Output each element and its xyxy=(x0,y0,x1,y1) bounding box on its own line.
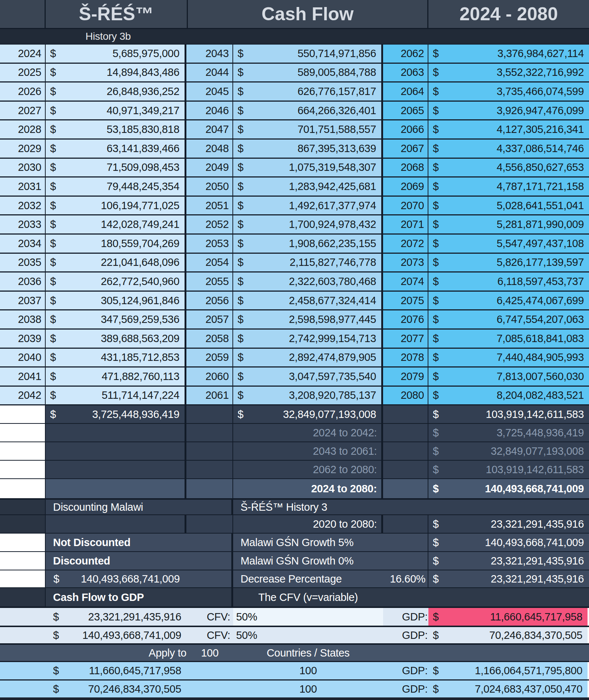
grand-total-label-cell[interactable]: 2024 to 2080: xyxy=(233,479,383,498)
value-cell-2064[interactable]: $3,735,466,074,599 xyxy=(428,82,589,101)
value-cell-2065[interactable]: $3,926,947,476,099 xyxy=(428,102,589,120)
value-cell-2066[interactable]: $4,127,305,216,341 xyxy=(428,120,589,138)
value-cell-2029[interactable]: $63,141,839,466 xyxy=(46,140,186,158)
cfv-percent-cell[interactable]: 50% xyxy=(233,627,383,643)
year-cell-2048[interactable]: 2048 xyxy=(186,140,233,158)
total-cell-2043-2061[interactable]: $32,849,077,193,008 xyxy=(233,405,383,423)
summary-value-cell[interactable]: $3,725,448,936,419 xyxy=(428,424,589,442)
empty-cell[interactable] xyxy=(383,442,428,460)
year-cell-2069[interactable]: 2069 xyxy=(383,177,428,196)
header-range-cell[interactable]: 2024 - 2080 xyxy=(428,0,589,28)
value-cell-2033[interactable]: $142,028,749,241 xyxy=(46,215,186,233)
apply-count-value-cell[interactable]: 100 xyxy=(233,680,383,697)
year-cell-2063[interactable]: 2063 xyxy=(383,64,428,82)
empty-cell[interactable] xyxy=(46,442,186,460)
growth-0-label-cell[interactable]: Malawi GŚN Growth 0% xyxy=(233,552,428,570)
value-cell-2070[interactable]: $5,028,641,551,041 xyxy=(428,197,589,215)
applied-gdp-value-cell[interactable]: $7,024,683,437,050,470 xyxy=(428,680,589,697)
summary-label-cell[interactable]: 2024 to 2042: xyxy=(233,424,383,442)
cfv-percent-cell[interactable]: 50% xyxy=(233,608,383,626)
empty-cell[interactable] xyxy=(46,424,186,442)
value-cell-2046[interactable]: $664,266,326,401 xyxy=(233,102,383,120)
year-cell-2042[interactable]: 2042 xyxy=(0,387,46,405)
value-cell-2027[interactable]: $40,971,349,217 xyxy=(46,102,186,120)
year-cell-2077[interactable]: 2077 xyxy=(383,330,428,348)
value-cell-2036[interactable]: $262,772,540,960 xyxy=(46,272,186,291)
growth-5-value-cell[interactable]: $140,493,668,741,009 xyxy=(428,534,589,551)
header-corner-cell[interactable] xyxy=(0,0,46,28)
value-cell-2062[interactable]: $3,376,984,627,114 xyxy=(428,45,589,63)
year-cell-2049[interactable]: 2049 xyxy=(186,159,233,177)
year-cell-2061[interactable]: 2061 xyxy=(186,387,233,405)
value-cell-2063[interactable]: $3,552,322,716,992 xyxy=(428,64,589,82)
value-cell-2054[interactable]: $2,115,827,746,778 xyxy=(233,254,383,272)
empty-cell[interactable] xyxy=(383,424,428,442)
value-cell-2041[interactable]: $471,882,760,113 xyxy=(46,367,186,386)
empty-cell[interactable] xyxy=(186,461,233,478)
value-cell-2079[interactable]: $7,813,007,560,030 xyxy=(428,367,589,386)
summary-label-cell[interactable]: 2062 to 2080: xyxy=(233,461,383,478)
year-cell-2032[interactable]: 2032 xyxy=(0,197,46,215)
value-cell-2076[interactable]: $6,747,554,207,063 xyxy=(428,310,589,328)
cfv-label-cell[interactable]: CFV: xyxy=(186,627,233,643)
value-cell-2050[interactable]: $1,283,942,425,681 xyxy=(233,177,383,196)
value-cell-2039[interactable]: $389,688,563,209 xyxy=(46,330,186,348)
value-cell-2074[interactable]: $6,118,597,453,737 xyxy=(428,272,589,291)
cfv-label-cell[interactable]: CFV: xyxy=(186,608,233,626)
range-2020-2080-value-cell[interactable]: $23,321,291,435,916 xyxy=(428,515,589,533)
year-cell-2050[interactable]: 2050 xyxy=(186,177,233,196)
value-cell-2032[interactable]: $106,194,771,025 xyxy=(46,197,186,215)
not-discounted-label-cell[interactable]: Not Discounted xyxy=(46,534,233,551)
value-cell-2060[interactable]: $3,047,597,735,540 xyxy=(233,367,383,386)
value-cell-2053[interactable]: $1,908,662,235,155 xyxy=(233,235,383,253)
value-cell-2047[interactable]: $701,751,588,557 xyxy=(233,120,383,138)
header-brand-cell[interactable]: Š-ŔÉŚ™ xyxy=(46,0,188,28)
year-cell-2064[interactable]: 2064 xyxy=(383,82,428,101)
gdp-value-cell-highlighted[interactable]: $11,660,645,717,958 xyxy=(428,608,589,626)
value-cell-2043[interactable]: $550,714,971,856 xyxy=(233,45,383,63)
empty-cell[interactable] xyxy=(186,424,233,442)
value-cell-2061[interactable]: $3,208,920,785,137 xyxy=(233,387,383,405)
year-cell-2076[interactable]: 2076 xyxy=(383,310,428,328)
year-cell-2047[interactable]: 2047 xyxy=(186,120,233,138)
value-cell-2049[interactable]: $1,075,319,548,307 xyxy=(233,159,383,177)
year-cell-2034[interactable]: 2034 xyxy=(0,235,46,253)
year-cell-2054[interactable]: 2054 xyxy=(186,254,233,272)
value-cell-2059[interactable]: $2,892,474,879,905 xyxy=(233,349,383,367)
sres-history-title-cell[interactable]: Š-ŔÉŚ™ History 3 xyxy=(233,500,589,514)
apply-label-cell[interactable]: Apply to xyxy=(46,645,186,661)
value-cell-2038[interactable]: $347,569,259,536 xyxy=(46,310,186,328)
year-cell-2031[interactable]: 2031 xyxy=(0,177,46,196)
empty-cell[interactable] xyxy=(186,442,233,460)
range-2020-2080-label-cell[interactable]: 2020 to 2080: xyxy=(233,515,383,533)
empty-cell[interactable] xyxy=(383,479,428,498)
header-title-cell[interactable]: Cash Flow xyxy=(188,0,428,28)
value-cell-2068[interactable]: $4,556,850,627,653 xyxy=(428,159,589,177)
year-cell-2025[interactable]: 2025 xyxy=(0,64,46,82)
total-cell-2024-2042[interactable]: $3,725,448,936,419 xyxy=(46,405,186,423)
empty-cell[interactable] xyxy=(46,515,186,533)
decrease-result-cell[interactable]: $23,321,291,435,916 xyxy=(428,570,589,587)
value-cell-2075[interactable]: $6,425,474,067,699 xyxy=(428,292,589,310)
gdp-label-cell[interactable]: GDP: xyxy=(383,608,428,626)
year-cell-2066[interactable]: 2066 xyxy=(383,120,428,138)
growth-5-label-cell[interactable]: Malawi GŚN Growth 5% xyxy=(233,534,428,551)
value-cell-2052[interactable]: $1,700,924,978,432 xyxy=(233,215,383,233)
year-cell-2040[interactable]: 2040 xyxy=(0,349,46,367)
value-cell-2034[interactable]: $180,559,704,269 xyxy=(46,235,186,253)
year-cell-2027[interactable]: 2027 xyxy=(0,102,46,120)
value-cell-2056[interactable]: $2,458,677,324,414 xyxy=(233,292,383,310)
value-cell-2078[interactable]: $7,440,484,905,993 xyxy=(428,349,589,367)
year-cell-2052[interactable]: 2052 xyxy=(186,215,233,233)
history-band[interactable]: History 3b xyxy=(0,29,589,44)
year-cell-2030[interactable]: 2030 xyxy=(0,159,46,177)
empty-cell[interactable] xyxy=(0,645,46,661)
applied-gdp-value-cell[interactable]: $1,166,064,571,795,800 xyxy=(428,662,589,679)
year-cell-2055[interactable]: 2055 xyxy=(186,272,233,291)
year-cell-2073[interactable]: 2073 xyxy=(383,254,428,272)
apply-amount-cell[interactable]: $11,660,645,717,958 xyxy=(46,662,186,679)
empty-cell[interactable] xyxy=(383,461,428,478)
year-cell-2080[interactable]: 2080 xyxy=(383,387,428,405)
value-cell-2042[interactable]: $511,714,147,224 xyxy=(46,387,186,405)
stub-cell[interactable] xyxy=(0,515,46,533)
